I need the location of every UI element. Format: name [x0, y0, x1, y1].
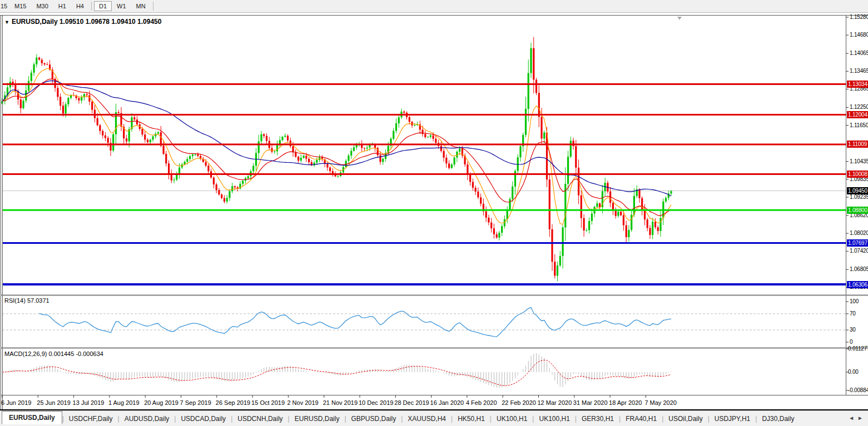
price-axis-label: 1.09235 — [850, 194, 868, 200]
date-axis-label: 22 Feb 2020 — [502, 399, 536, 406]
price-axis-label: 1.15280 — [850, 14, 868, 20]
rsi-axis-label: 30 — [850, 327, 856, 333]
date-axis-label: 26 Sep 2019 — [216, 399, 250, 406]
chart-tab-eurusd-daily[interactable]: EURUSD,Daily — [290, 413, 345, 425]
date-axis-label: 25 Jun 2019 — [37, 399, 71, 406]
chart-tab-usdcnh-daily[interactable]: USDCNH,Daily — [232, 413, 287, 425]
price-tag: 1.06306 — [847, 281, 868, 288]
macd-indicator-label: MACD(12,26,9) 0.001445 -0.000634 — [4, 350, 103, 357]
chart-tab-dj30-daily[interactable]: DJ30,Daily — [757, 413, 799, 425]
date-axis-label: 21 Nov 2019 — [323, 399, 358, 406]
macd-panel — [2, 353, 671, 388]
axis-ticks — [2, 17, 849, 398]
tab-scroll-arrows: ◄► — [847, 415, 865, 421]
price-tag: 1.10008 — [847, 171, 868, 178]
date-axis-label: 1 Aug 2019 — [108, 399, 140, 406]
tab-scroll-right-icon[interactable]: ► — [856, 415, 865, 421]
price-axis-label: 1.13465 — [850, 68, 868, 74]
chart-tab-usdchf-daily[interactable]: USDCHF,Daily — [64, 413, 118, 425]
price-axis-label: 1.12250 — [850, 104, 868, 110]
price-tag: 1.07697 — [847, 239, 868, 247]
price-axis-label: 1.14065 — [850, 50, 868, 56]
window-borders — [0, 15, 868, 410]
price-tag: 1.08800 — [847, 207, 868, 214]
date-axis-label: 6 Jun 2019 — [1, 399, 31, 406]
rsi-axis-label: 0 — [850, 339, 852, 345]
date-axis-label: 16 Jan 2020 — [430, 399, 464, 406]
chart-dropdown-icon[interactable]: ▼ — [4, 19, 9, 25]
tab-scroll-left-icon[interactable]: ◄ — [847, 415, 856, 421]
chart-tab-usdcad-daily[interactable]: USDCAD,Daily — [176, 413, 231, 425]
price-axis-label: 1.11650 — [850, 122, 868, 128]
price-tag: 1.11009 — [847, 141, 868, 148]
price-tag: 1.09450 — [847, 187, 868, 194]
price-axis-label: 1.07420 — [850, 248, 868, 254]
mt4-window: { "toolbar": { "timeframes": [ {"label":… — [0, 0, 868, 426]
price-axis-label: 1.08020 — [850, 230, 868, 236]
date-axis-label: 4 Feb 2020 — [466, 399, 497, 406]
chart-tab-bar: EURUSD,Daily|USDCHF,Daily|AUDUSD,Daily|U… — [0, 410, 868, 426]
candlesticks — [1, 37, 672, 282]
chart-canvas[interactable] — [0, 0, 868, 426]
price-tag: 1.13034 — [847, 81, 868, 88]
macd-axis-label: 0.00 — [848, 369, 859, 375]
date-axis-label: 12 Mar 2020 — [538, 399, 572, 406]
chart-tab-eurusd-daily[interactable]: EURUSD,Daily — [2, 411, 62, 424]
chart-tab-uk100-h1[interactable]: UK100,H1 — [492, 413, 532, 425]
horizontal-level-lines — [2, 84, 846, 284]
chart-shift-marker-icon — [677, 17, 682, 20]
price-axis-label: 1.06805 — [850, 266, 868, 272]
chart-tab-hk50-h1[interactable]: HK50,H1 — [453, 413, 490, 425]
date-axis-label: 15 Oct 2019 — [251, 399, 285, 406]
rsi-axis-label: 70 — [850, 310, 856, 317]
date-axis-label: 13 Jul 2019 — [73, 399, 105, 406]
price-axis-label: 1.10435 — [850, 158, 868, 164]
macd-axis-label: -0.008845 — [848, 387, 868, 393]
date-axis-label: 18 Apr 2020 — [609, 399, 642, 406]
date-axis-label: 2 Nov 2019 — [287, 399, 318, 406]
chart-tab-gbpusd-daily[interactable]: GBPUSD,Daily — [346, 413, 401, 425]
date-axis-label: 28 Dec 2019 — [394, 399, 429, 406]
date-axis-label: 10 Dec 2019 — [359, 399, 393, 406]
chart-tab-fra40-h1[interactable]: FRA40,H1 — [621, 413, 662, 425]
chart-tab-uk100-h1[interactable]: UK100,H1 — [534, 413, 574, 425]
chart-tab-usdjpy-h1[interactable]: USDJPY,H1 — [710, 413, 755, 425]
date-axis-label: 31 Mar 2020 — [573, 399, 608, 406]
date-axis-label: 20 Aug 2019 — [144, 399, 178, 406]
chart-tab-ger30-h1[interactable]: GER30,H1 — [577, 413, 619, 425]
date-axis-label: 7 Sep 2019 — [180, 399, 211, 406]
chart-tab-audusd-daily[interactable]: AUDUSD,Daily — [120, 413, 175, 425]
chart-title-text: EURUSD,Daily 1.09510 1.09678 1.09410 1.0… — [12, 18, 162, 26]
chart-title: ▼EURUSD,Daily 1.09510 1.09678 1.09410 1.… — [4, 18, 161, 26]
macd-axis-label: 0.011277 — [848, 345, 868, 352]
rsi-panel — [2, 308, 846, 337]
chart-tab-usoil-daily[interactable]: USOil,Daily — [663, 413, 707, 425]
date-axis-label: 7 May 2020 — [644, 399, 676, 406]
price-tag: 1.12004 — [847, 111, 868, 118]
chart-tab-xauusd-h4[interactable]: XAUUSD,H4 — [403, 413, 451, 425]
rsi-indicator-label: RSI(14) 57.0371 — [4, 297, 49, 304]
price-axis-label: 1.14680 — [850, 32, 868, 38]
rsi-axis-label: 100 — [850, 298, 859, 304]
